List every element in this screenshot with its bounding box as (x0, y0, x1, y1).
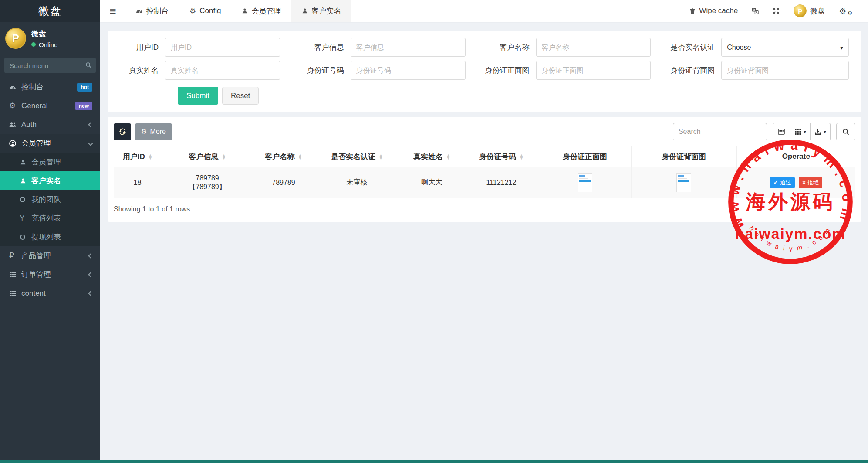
profile-menu[interactable]: P 微盘 (787, 0, 832, 22)
fullscreen-button[interactable] (766, 0, 787, 22)
approve-button[interactable]: ✓通过 (770, 177, 795, 188)
column-header-id-back: 身份证背面图 (631, 146, 736, 167)
sidebar-item-label: 产品管理 (21, 251, 89, 261)
more-button[interactable]: ⚙ More (135, 123, 172, 140)
submenu-item-withdraw-list[interactable]: 提现列表 (0, 228, 100, 246)
sort-icon[interactable]: ▲▼ (379, 154, 383, 160)
column-header-operate: Operate (736, 146, 855, 167)
user-circle-icon (9, 140, 16, 147)
verified-select[interactable]: Choose ▾ (721, 38, 849, 57)
tab-members[interactable]: 会员管理 (231, 0, 291, 22)
reset-button[interactable]: Reset (222, 87, 259, 105)
menu-search-input[interactable] (4, 58, 96, 73)
pagination-summary: Showing 1 to 1 of 1 rows (114, 205, 855, 213)
reject-button[interactable]: ×拒绝 (799, 177, 822, 188)
sidebar-item-label: 会员管理 (21, 138, 89, 148)
wipe-cache-label: Wipe cache (699, 7, 738, 15)
sidebar-item-general[interactable]: ⚙ General new (0, 96, 100, 115)
user-name: 微盘 (31, 29, 57, 39)
chevron-down-icon (88, 141, 93, 146)
table-search-button[interactable] (836, 123, 855, 140)
tab-config[interactable]: ⚙ Config (179, 0, 231, 22)
search-icon (842, 128, 849, 135)
sidebar-item-members[interactable]: 会员管理 (0, 134, 100, 153)
tab-customer-verify[interactable]: 客户实名 (291, 0, 351, 22)
user-id-input[interactable] (165, 38, 280, 57)
gear-icon: ⚙ (189, 7, 196, 16)
user-status[interactable]: Online (31, 41, 57, 48)
online-dot (31, 42, 36, 47)
submenu-item-recharge-list[interactable]: ¥ 充值列表 (0, 209, 100, 228)
sidebar-item-orders[interactable]: 订单管理 (0, 265, 100, 284)
submit-button[interactable]: Submit (178, 87, 218, 105)
real-name-input[interactable] (165, 61, 280, 80)
app-logo-text: 微盘 (38, 4, 62, 18)
cell-id-front (539, 167, 631, 198)
cell-customer-info: 789789【789789】 (162, 167, 253, 198)
export-icon (814, 128, 821, 135)
new-badge: new (75, 102, 92, 110)
export-button[interactable]: ▾ (811, 123, 831, 140)
sort-icon[interactable]: ▲▼ (222, 154, 226, 160)
submenu-item-label: 提现列表 (31, 232, 61, 242)
submenu-item-member-manage[interactable]: 会员管理 (0, 153, 100, 171)
topbar-tabs: 控制台 ⚙ Config 会员管理 客户实名 (125, 0, 351, 22)
toggle-view-button[interactable] (773, 123, 790, 140)
id-front-input[interactable] (536, 61, 651, 80)
sort-icon[interactable]: ▲▼ (446, 154, 450, 160)
column-header-id-number[interactable]: 身份证号码▲▼ (464, 146, 539, 167)
columns-grid-icon (794, 128, 801, 135)
settings-button[interactable]: ⚙⚙ (832, 0, 859, 22)
columns-button[interactable]: ▾ (790, 123, 811, 140)
column-header-real-name[interactable]: 真实姓名▲▼ (400, 146, 464, 167)
table-header-row: 用户ID▲▼ 客户信息▲▼ 客户名称▲▼ 是否实名认证▲▼ 真实姓名▲▼ 身份证… (114, 146, 855, 167)
id-card-front-image[interactable] (578, 173, 592, 192)
refresh-button[interactable] (114, 123, 131, 140)
column-header-verified[interactable]: 是否实名认证▲▼ (314, 146, 400, 167)
fullscreen-icon (773, 7, 780, 14)
submenu-item-customer-verify[interactable]: 客户实名 (0, 171, 100, 190)
cell-id-number: 11121212 (464, 167, 539, 198)
wipe-cache-button[interactable]: Wipe cache (682, 0, 745, 22)
list-icon (9, 290, 16, 297)
profile-name: 微盘 (810, 6, 825, 16)
table-search-input[interactable] (673, 123, 767, 140)
sidebar-item-label: Auth (21, 120, 89, 129)
field-label-real-name: 真实姓名 (114, 65, 165, 75)
customer-info-input[interactable] (351, 38, 466, 57)
sort-icon[interactable]: ▲▼ (149, 154, 152, 160)
customer-name-input[interactable] (536, 38, 651, 57)
sidebar-item-content[interactable]: content (0, 284, 100, 303)
cell-id-back (631, 167, 736, 198)
translate-icon (752, 7, 759, 14)
dashboard-icon (136, 7, 143, 14)
sort-icon[interactable]: ▲▼ (520, 154, 524, 160)
filter-panel: 用户ID 客户信息 客户名称 是否实名认证 Choose ▾ (108, 31, 861, 112)
sidebar-item-dashboard[interactable]: 控制台 hot (0, 78, 100, 96)
column-header-customer-name[interactable]: 客户名称▲▼ (253, 146, 314, 167)
sidebar-toggle-button[interactable]: ≡ (100, 0, 125, 22)
field-label-verified: 是否实名认证 (670, 42, 721, 52)
sidebar-item-products[interactable]: ₽ 产品管理 (0, 246, 100, 265)
table-row[interactable]: 18 789789【789789】 789789 未审核 啊大大 1112121… (114, 167, 855, 198)
submenu-item-label: 充值列表 (31, 213, 61, 223)
id-card-back-image[interactable] (676, 173, 691, 192)
sidebar-menu: 控制台 hot ⚙ General new Auth 会员管理 (0, 78, 100, 303)
submenu-item-my-team[interactable]: 我的团队 (0, 190, 100, 209)
id-number-input[interactable] (351, 61, 466, 80)
id-back-input[interactable] (721, 61, 849, 80)
field-label-customer-info: 客户信息 (299, 42, 351, 52)
language-button[interactable] (745, 0, 766, 22)
sidebar-item-auth[interactable]: Auth (0, 115, 100, 134)
bottom-bar (0, 460, 868, 463)
column-header-customer-info[interactable]: 客户信息▲▼ (162, 146, 253, 167)
column-header-user-id[interactable]: 用户ID▲▼ (114, 146, 162, 167)
cell-user-id: 18 (114, 167, 162, 198)
avatar: P (5, 28, 26, 49)
column-header-id-front: 身份证正面图 (539, 146, 631, 167)
cross-icon: × (802, 179, 806, 186)
tab-dashboard[interactable]: 控制台 (125, 0, 179, 22)
app-logo[interactable]: 微盘 (0, 0, 100, 22)
sidebar: 微盘 P 微盘 Online 控制台 hot ⚙ Gene (0, 0, 100, 463)
sort-icon[interactable]: ▲▼ (298, 154, 302, 160)
